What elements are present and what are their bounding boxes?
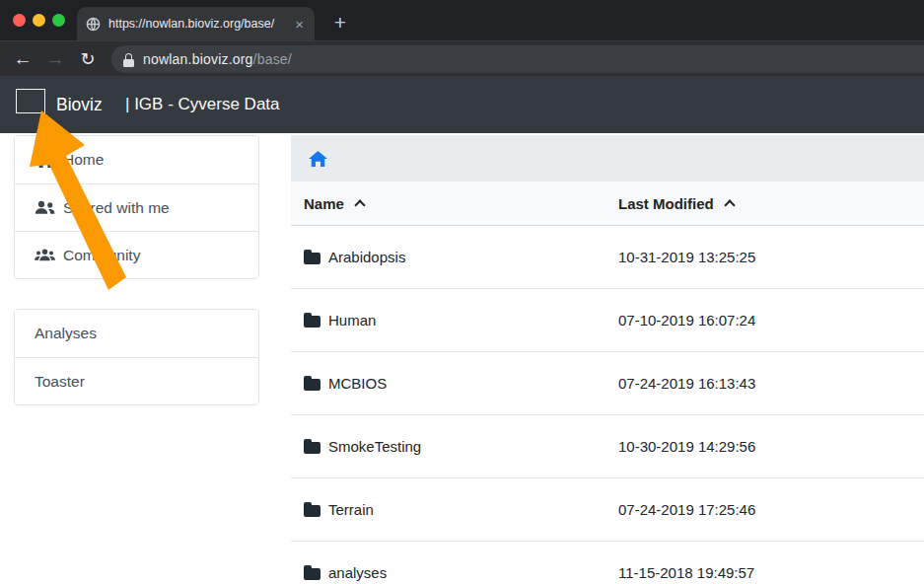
close-window-button[interactable] — [13, 14, 26, 27]
sidebar-item-label: Analyses — [35, 325, 97, 342]
new-tab-button[interactable]: + — [326, 10, 354, 37]
last-modified: 10-31-2019 13:25:25 — [618, 249, 755, 265]
last-modified: 07-10-2019 16:07:24 — [618, 312, 755, 328]
window-controls — [13, 14, 65, 27]
brand-subtitle: | IGB - Cyverse Data — [125, 95, 280, 114]
table-row[interactable]: Arabidopsis 10-31-2019 13:25:25 — [291, 226, 924, 289]
app-navbar: Bioviz | IGB - Cyverse Data — [0, 76, 924, 133]
address-bar[interactable]: nowlan.bioviz.org/base/ — [111, 45, 924, 73]
folder-name[interactable]: analyses — [328, 564, 387, 581]
folder-icon — [304, 379, 320, 391]
back-icon[interactable]: ← — [8, 44, 37, 74]
folder-name[interactable]: Arabidopsis — [328, 249, 405, 265]
column-header-name[interactable]: Name — [291, 195, 618, 212]
minimize-window-button[interactable] — [33, 14, 45, 27]
user-friends-icon — [35, 200, 55, 215]
sidebar-item-label: Community — [63, 247, 140, 264]
tab-close-icon[interactable]: × — [293, 17, 306, 32]
browser-toolbar: ← → ↻ nowlan.bioviz.org/base/ — [0, 40, 924, 76]
folder-name[interactable]: Human — [328, 312, 376, 328]
sidebar-tools-card: Analyses Toaster — [14, 309, 259, 405]
page-url: nowlan.bioviz.org/base/ — [143, 51, 292, 67]
table-row[interactable]: Terrain 07-24-2019 17:25:46 — [291, 478, 924, 542]
logo-placeholder[interactable] — [16, 89, 45, 113]
globe-favicon-icon — [86, 17, 101, 32]
sidebar-item-label: Shared with me — [63, 199, 170, 217]
last-modified: 10-30-2019 14:29:56 — [618, 438, 755, 455]
table-row[interactable]: SmokeTesting 10-30-2019 14:29:56 — [291, 415, 924, 478]
reload-icon[interactable]: ↻ — [73, 44, 103, 74]
sidebar-item-toaster[interactable]: Toaster — [15, 357, 258, 404]
last-modified: 11-15-2018 19:49:57 — [618, 564, 754, 581]
url-path: /base/ — [253, 51, 292, 67]
brand-title[interactable]: Bioviz — [56, 95, 103, 115]
sidebar-item-community[interactable]: Community — [15, 231, 258, 278]
sidebar-item-analyses[interactable]: Analyses — [15, 310, 258, 357]
zoom-window-button[interactable] — [52, 14, 65, 27]
table-row[interactable]: Human 07-10-2019 16:07:24 — [291, 289, 924, 352]
url-domain: nowlan.bioviz.org — [143, 51, 253, 67]
folder-icon — [304, 505, 320, 517]
table-row[interactable]: analyses 11-15-2018 19:49:57 — [291, 542, 924, 584]
breadcrumb — [291, 135, 924, 182]
last-modified: 07-24-2019 16:13:43 — [618, 375, 755, 392]
sidebar-nav-card: Home Shared with me Community — [14, 135, 259, 279]
browser-tab[interactable]: https://nowlan.bioviz.org/base/ × — [77, 7, 315, 40]
column-header-last-modified[interactable]: Last Modified — [618, 195, 734, 212]
table-header-row: Name Last Modified — [291, 182, 924, 226]
last-modified: 07-24-2019 17:25:46 — [618, 501, 755, 518]
browser-tab-bar: https://nowlan.bioviz.org/base/ × + — [0, 0, 924, 40]
sort-caret-up-icon — [724, 199, 735, 210]
folder-name[interactable]: MCBIOS — [328, 375, 387, 392]
sidebar-item-home[interactable]: Home — [15, 136, 258, 183]
tab-title: https://nowlan.bioviz.org/base/ — [108, 17, 285, 31]
file-browser-panel: Name Last Modified Arabidopsis 10-31-201… — [291, 135, 924, 584]
folder-name[interactable]: SmokeTesting — [328, 438, 421, 455]
folder-icon — [304, 568, 320, 580]
folder-icon — [304, 253, 320, 264]
sidebar-item-shared-with-me[interactable]: Shared with me — [15, 183, 258, 231]
table-row[interactable]: MCBIOS 07-24-2019 16:13:43 — [291, 352, 924, 415]
sort-caret-up-icon — [354, 199, 365, 210]
breadcrumb-home-icon[interactable] — [309, 151, 327, 167]
lock-icon — [123, 53, 134, 67]
folder-icon — [304, 442, 320, 454]
folder-icon — [304, 316, 320, 328]
users-icon — [35, 248, 55, 262]
sidebar-item-label: Toaster — [35, 373, 85, 391]
forward-icon[interactable]: → — [40, 44, 70, 74]
home-icon — [35, 153, 55, 168]
folder-name[interactable]: Terrain — [328, 501, 374, 518]
sidebar-item-label: Home — [63, 151, 104, 169]
